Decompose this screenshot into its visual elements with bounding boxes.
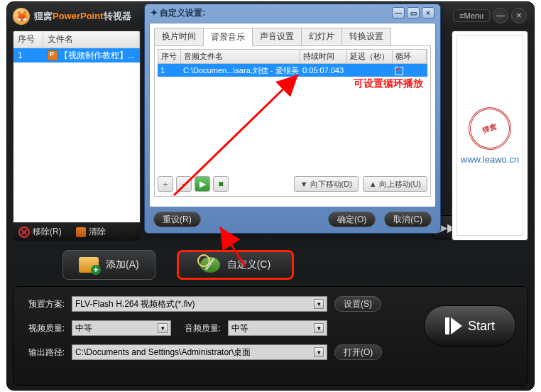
aq-combo[interactable]: 中等▾ bbox=[228, 320, 327, 336]
open-button[interactable]: 打开(O) bbox=[334, 344, 382, 360]
aq-label: 音频质量: bbox=[178, 322, 221, 334]
tab-bgm[interactable]: 背景音乐 bbox=[203, 28, 253, 46]
hcol-dur: 持续时间 bbox=[300, 50, 347, 63]
clear-label: 清除 bbox=[89, 226, 106, 238]
app-logo-icon: 🦊 bbox=[13, 8, 30, 25]
preview-logo: 狸窝 www.leawo.cn bbox=[461, 107, 519, 165]
close-button[interactable]: × bbox=[511, 8, 527, 23]
rcell-loop[interactable] bbox=[392, 65, 427, 75]
ppt-icon bbox=[48, 50, 58, 60]
preview-url: www.leawo.cn bbox=[461, 154, 519, 165]
tab-sound[interactable]: 声音设置 bbox=[252, 28, 302, 45]
dialog-close-button[interactable]: × bbox=[422, 7, 435, 18]
bgm-toolbar: ＋ － ▶ ■ ▼ 向下移动(D) ▲ 向上移动(U) bbox=[158, 176, 427, 192]
remove-button[interactable]: 移除(R) bbox=[18, 226, 62, 238]
dialog-min-button[interactable]: — bbox=[392, 7, 405, 18]
out-label: 输出路径: bbox=[22, 347, 65, 359]
out-path-combo[interactable]: C:\Documents and Settings\Administrator\… bbox=[72, 344, 327, 360]
play-icon bbox=[445, 317, 462, 334]
title-prefix: 狸窝 bbox=[34, 11, 53, 21]
preview-panel: 狸窝 www.leawo.cn bbox=[452, 31, 528, 241]
tab-timing[interactable]: 换片时间 bbox=[154, 28, 204, 45]
hcol-seq: 序号 bbox=[158, 50, 181, 63]
stop-track-button[interactable]: ■ bbox=[213, 176, 229, 192]
menu-button[interactable]: ≡Menu bbox=[453, 9, 490, 22]
cancel-button[interactable]: 取消(C) bbox=[384, 212, 432, 227]
move-btns: ▼ 向下移动(D) ▲ 向上移动(U) bbox=[294, 176, 427, 192]
tab-content: 序号 音频文件名 持续时间 延迟（秒） 循环 1 C:\Documen...\s… bbox=[154, 46, 431, 197]
bgm-grid-header: 序号 音频文件名 持续时间 延迟（秒） 循环 bbox=[158, 49, 427, 64]
cell-seq: 1 bbox=[13, 50, 43, 60]
dialog-titlebar[interactable]: ✦ 自定义设置: — ▭ × bbox=[145, 4, 440, 21]
dialog-body: 换片时间 背景音乐 声音设置 幻灯片 转换设置 序号 音频文件名 持续时间 延迟… bbox=[149, 23, 436, 207]
hcol-delay: 延迟（秒） bbox=[347, 50, 393, 63]
window-buttons: ≡Menu — × bbox=[453, 8, 527, 23]
move-down-label: 向下移动(D) bbox=[310, 179, 352, 190]
file-grid[interactable]: 序号 文件名 1 【视频制作教程】... bbox=[13, 31, 141, 223]
move-up-label: 向上移动(U) bbox=[379, 179, 421, 190]
title-suffix: 转视器 bbox=[104, 11, 131, 21]
cell-name: 【视频制作教程】... bbox=[43, 50, 140, 62]
bottom-panel: 预置方案: FLV-Flash H.264 视频格式(*.flv)▾ 设置(S)… bbox=[13, 286, 528, 386]
chevron-down-icon: ▾ bbox=[314, 299, 324, 309]
hcol-file: 音频文件名 bbox=[181, 50, 300, 63]
mid-button-row: 添加(A) 自定义(C) bbox=[7, 245, 534, 285]
tab-convert[interactable]: 转换设置 bbox=[341, 28, 391, 45]
del-icon bbox=[18, 227, 30, 238]
custom-dialog: ✦ 自定义设置: — ▭ × 换片时间 背景音乐 声音设置 幻灯片 转换设置 序… bbox=[144, 4, 441, 234]
title-brand: PowerPoint bbox=[53, 11, 104, 21]
preset-value: FLV-Flash H.264 视频格式(*.flv) bbox=[75, 298, 195, 310]
file-grid-header: 序号 文件名 bbox=[13, 31, 140, 48]
dialog-title: 自定义设置: bbox=[160, 7, 205, 19]
vq-combo[interactable]: 中等▾ bbox=[72, 320, 171, 336]
add-track-button[interactable]: ＋ bbox=[158, 176, 173, 192]
add-icon bbox=[79, 257, 99, 273]
remove-label: 移除(R) bbox=[33, 226, 62, 238]
settings-button[interactable]: 设置(S) bbox=[334, 296, 381, 312]
clear-button[interactable]: 清除 bbox=[76, 226, 106, 238]
tabs: 换片时间 背景音乐 声音设置 幻灯片 转换设置 bbox=[154, 28, 431, 46]
dialog-restore-button[interactable]: ▭ bbox=[407, 7, 420, 18]
start-button[interactable]: Start bbox=[424, 305, 516, 347]
file-panel: 序号 文件名 1 【视频制作教程】... 移除(R) 清除 bbox=[13, 31, 141, 241]
start-label: Start bbox=[468, 319, 495, 334]
custom-label: 自定义(C) bbox=[227, 258, 270, 271]
chevron-down-icon: ▾ bbox=[158, 323, 168, 333]
clear-icon bbox=[76, 227, 86, 237]
out-value: C:\Documents and Settings\Administrator\… bbox=[75, 347, 251, 359]
col-seq: 序号 bbox=[13, 31, 43, 48]
chevron-down-icon: ▾ bbox=[314, 347, 324, 357]
ok-button[interactable]: 确定(O) bbox=[328, 212, 376, 227]
move-down-button[interactable]: ▼ 向下移动(D) bbox=[294, 176, 359, 192]
preset-combo[interactable]: FLV-Flash H.264 视频格式(*.flv)▾ bbox=[72, 296, 327, 312]
annotation-text: 可设置循环播放 bbox=[354, 77, 423, 90]
file-actions: 移除(R) 清除 bbox=[13, 223, 141, 241]
remove-track-button[interactable]: － bbox=[176, 176, 192, 192]
tab-slides[interactable]: 幻灯片 bbox=[301, 28, 342, 45]
custom-button[interactable]: 自定义(C) bbox=[177, 250, 294, 280]
preview-canvas: 狸窝 www.leawo.cn bbox=[457, 36, 523, 236]
vq-label: 视频质量: bbox=[22, 322, 65, 334]
dialog-footer: 重设(R) 确定(O) 取消(C) bbox=[145, 210, 440, 229]
play-track-button[interactable]: ▶ bbox=[195, 176, 210, 192]
bgm-tool-btns: ＋ － ▶ ■ bbox=[158, 176, 229, 192]
col-name: 文件名 bbox=[43, 31, 140, 48]
seal-icon: 狸窝 bbox=[463, 102, 517, 156]
add-label: 添加(A) bbox=[106, 258, 139, 271]
rcell-file: C:\Documen...\sara,刘佳 - 爱很美.mp3 bbox=[180, 65, 300, 76]
chevron-down-icon: ▾ bbox=[314, 323, 324, 333]
bgm-row[interactable]: 1 C:\Documen...\sara,刘佳 - 爱很美.mp3 0:05:0… bbox=[158, 64, 427, 77]
aq-value: 中等 bbox=[231, 322, 248, 334]
cell-name-text: 【视频制作教程】... bbox=[60, 50, 135, 60]
rcell-dur: 0:05:07.043 bbox=[300, 66, 346, 75]
rcell-seq: 1 bbox=[158, 66, 180, 75]
vq-value: 中等 bbox=[75, 322, 92, 334]
reset-button[interactable]: 重设(R) bbox=[153, 212, 201, 227]
check-icon bbox=[395, 67, 403, 75]
add-button[interactable]: 添加(A) bbox=[62, 250, 155, 280]
move-up-button[interactable]: ▲ 向上移动(U) bbox=[363, 176, 427, 192]
file-row[interactable]: 1 【视频制作教程】... bbox=[13, 48, 140, 62]
minimize-button[interactable]: — bbox=[493, 8, 508, 23]
gear-icon bbox=[200, 257, 220, 273]
preset-label: 预置方案: bbox=[22, 298, 65, 310]
